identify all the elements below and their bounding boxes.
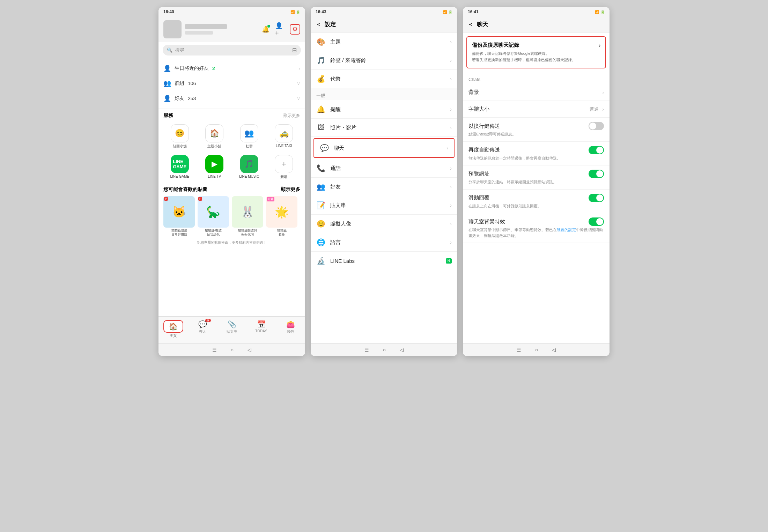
menu-icon[interactable]: ☰ <box>212 347 217 353</box>
cs-swipe-reply-toggle[interactable] <box>589 194 604 202</box>
menu-icon-3[interactable]: ☰ <box>517 347 521 353</box>
menu-icon-2[interactable]: ☰ <box>364 347 369 353</box>
reminder-label: 提醒 <box>330 106 445 113</box>
settings-ringtone[interactable]: 🎵 鈴聲 / 來電答鈴 › <box>311 51 457 70</box>
settings-friends[interactable]: 👥 好友 › <box>311 178 457 196</box>
home-circle-icon[interactable]: ○ <box>231 347 234 353</box>
groups-item[interactable]: 👥 群組 106 ∨ <box>163 76 300 91</box>
settings-back-button[interactable]: ＜ <box>316 21 321 28</box>
service-tv[interactable]: ▶ LINE TV <box>198 153 231 182</box>
home-circle-icon-2[interactable]: ○ <box>383 347 386 353</box>
service-label-theme: 主題小舖 <box>207 144 221 149</box>
android-nav-2: ☰ ○ ◁ <box>311 343 457 356</box>
posts-settings-label: 貼文串 <box>330 202 445 209</box>
service-game[interactable]: LINEGAME LINE GAME <box>163 153 196 182</box>
cs-enter-send-toggle[interactable] <box>589 122 604 130</box>
call-label: 通話 <box>330 165 445 172</box>
cs-enter-send-sub: 點選Enter鍵即可傳送訊息。 <box>468 131 604 137</box>
nav-home[interactable]: 🏠 主頁 <box>158 319 188 340</box>
green-dot <box>267 25 270 28</box>
cs-swipe-reply-sub: 在訊息上向左滑後，可針對該則訊息回覆。 <box>468 203 604 209</box>
service-community[interactable]: 👥 社群 <box>233 122 266 151</box>
status-icons-2: 📶 🔋 <box>443 10 452 14</box>
cs-preview-url-toggle[interactable] <box>589 170 604 178</box>
settings-button[interactable]: ⚙ <box>290 24 300 35</box>
signal-icon: 📶 <box>290 10 295 14</box>
bell-button[interactable]: 🔔 <box>260 24 271 35</box>
bottom-nav: 🏠 主頁 9 💬 聊天 📎 貼文串 📅 TODAY 👛 錢包 <box>158 316 305 343</box>
sticker-badge-cute: 可愛 <box>267 197 274 201</box>
back-triangle-icon[interactable]: ◁ <box>248 347 251 353</box>
friends-item[interactable]: 👤 好友 253 ∨ <box>163 91 300 106</box>
settings-reminder[interactable]: 🔔 提醒 › <box>311 100 457 119</box>
qr-icon[interactable]: ⊟ <box>292 47 297 53</box>
service-taxi[interactable]: 🚕 LINE TAXI <box>268 122 301 151</box>
chats-section-label: Chats <box>463 72 610 84</box>
services-grid: 😊 貼圖小舖 🏠 主題小舖 👥 社群 🚕 LINE TAXI LINEGAME … <box>158 121 305 183</box>
nav-posts[interactable]: 📎 貼文串 <box>217 319 246 340</box>
birthday-item[interactable]: 👤 生日將近的好友 2 › <box>163 61 300 76</box>
service-sticker[interactable]: 😊 貼圖小舖 <box>163 122 196 151</box>
service-music[interactable]: 🎵 LINE MUSIC <box>233 153 266 182</box>
settings-call[interactable]: 📞 通話 › <box>311 159 457 178</box>
sticker-1[interactable]: P 🐱 貓貓蟲咖波日常好用篇 <box>163 196 195 237</box>
cs-auto-resend-toggle[interactable] <box>589 146 604 154</box>
cs-enter-send-label: 以換行鍵傳送 <box>468 123 500 130</box>
cs-background[interactable]: 背景 › <box>463 84 610 101</box>
service-icon-sticker: 😊 <box>171 124 189 142</box>
back-triangle-icon-2[interactable]: ◁ <box>400 347 404 353</box>
photo-arrow: › <box>450 125 452 131</box>
sticker-4[interactable]: 可愛 🌟 貓貓蟲超級 <box>266 196 297 237</box>
cs-preview-url: 預覽網址 分享於聊天室的連結，將顯示縮圖並預覽網站資訊。 <box>463 165 610 190</box>
friends-chevron: ∨ <box>297 96 300 101</box>
settings-labs[interactable]: 🔬 LINE Labs N <box>311 252 457 270</box>
cs-enter-send: 以換行鍵傳送 點選Enter鍵即可傳送訊息。 <box>463 118 610 142</box>
sticker-2[interactable]: P 🦕 貓貓蟲-咖波給我紅包 <box>198 196 229 237</box>
settings-avatar[interactable]: 😊 虛擬人像 › <box>311 215 457 233</box>
nav-chat[interactable]: 9 💬 聊天 <box>188 319 217 340</box>
cs-background-arrow: › <box>602 90 604 95</box>
status-bar-3: 16:41 📶 🔋 <box>463 7 610 17</box>
theme-label: 主題 <box>330 39 445 45</box>
chat-settings-back-button[interactable]: ＜ <box>468 21 473 28</box>
signal-icon-3: 📶 <box>595 10 599 14</box>
add-friend-button[interactable]: 👤+ <box>275 24 286 35</box>
nav-wallet[interactable]: 👛 錢包 <box>276 319 305 340</box>
device-settings-link[interactable]: 裝置的設定 <box>557 228 576 232</box>
recommend-text: © 您專屬的貼圖推薦，更多精彩內容別錯過！ <box>158 238 305 247</box>
nav-posts-label: 貼文串 <box>227 329 237 334</box>
settings-coin[interactable]: 💰 代幣 › <box>311 70 457 88</box>
cs-bg-effect-toggle[interactable] <box>589 217 604 226</box>
reminder-arrow: › <box>450 106 452 112</box>
service-add[interactable]: + 新增 <box>268 153 301 182</box>
cs-enter-send-row: 以換行鍵傳送 <box>468 122 604 130</box>
settings-posts[interactable]: 📝 貼文串 › <box>311 196 457 215</box>
call-icon: 📞 <box>316 164 325 172</box>
birthday-chevron: › <box>298 66 300 71</box>
avatar <box>163 20 182 38</box>
back-triangle-icon-3[interactable]: ◁ <box>552 347 556 353</box>
ringtone-icon: 🎵 <box>316 56 325 65</box>
friends-icon: 👤 <box>163 95 171 102</box>
battery-icon: 🔋 <box>296 10 300 14</box>
sticker-img-1: P 🐱 <box>163 196 195 228</box>
backup-section[interactable]: 備份及復原聊天記錄 › 備份後，聊天記錄將儲存於Google雲端硬碟。若遺失或更… <box>466 36 606 68</box>
chat-settings-icon: 💬 <box>320 144 329 152</box>
services-show-more[interactable]: 顯示更多 <box>283 113 300 119</box>
settings-photo[interactable]: 🖼 照片・影片 › <box>311 119 457 137</box>
photo-icon: 🖼 <box>316 124 325 132</box>
service-theme[interactable]: 🏠 主題小舖 <box>198 122 231 151</box>
settings-theme[interactable]: 🎨 主題 › <box>311 33 457 51</box>
coin-icon: 💰 <box>316 75 325 83</box>
home-circle-icon-3[interactable]: ○ <box>535 347 538 353</box>
cs-auto-resend: 再度自動傳送 無法傳送的訊息於一定時間過後，將會再度自動傳送。 <box>463 142 610 166</box>
settings-chat-inner[interactable]: 💬 聊天 › <box>314 139 454 157</box>
settings-language[interactable]: 🌐 語言 › <box>311 233 457 252</box>
cs-fontsize[interactable]: 字體大小 普通 › <box>463 101 610 118</box>
chat-settings-label: 聊天 <box>334 145 442 152</box>
sticker-3[interactable]: 🐰 貓貓蟲咖波與兔兔-啾咪 <box>232 196 263 237</box>
nav-today[interactable]: 📅 TODAY <box>246 319 276 340</box>
stickers-show-more[interactable]: 顯示更多 <box>281 186 300 193</box>
settings-chat-highlighted[interactable]: 💬 聊天 › <box>313 138 455 158</box>
search-bar[interactable]: 🔍 搜尋 ⊟ <box>163 45 301 56</box>
